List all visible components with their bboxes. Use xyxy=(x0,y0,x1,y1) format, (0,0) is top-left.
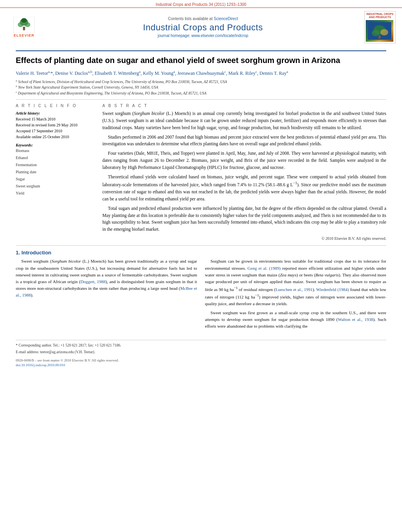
journal-homepage: journal homepage: www.elsevier.com/locat… xyxy=(46,33,360,38)
keyword-ethanol: Ethanol xyxy=(16,154,94,161)
svg-point-8 xyxy=(372,30,380,36)
paper-content: Effects of planting date on sugar and et… xyxy=(0,43,402,336)
svg-point-3 xyxy=(25,22,30,27)
affiliation-c: c Department of Agricultural and Biosyst… xyxy=(16,91,386,96)
svg-rect-10 xyxy=(378,35,381,39)
available-date: Available online 25 October 2010 xyxy=(16,134,94,140)
keyword-yield: Yield xyxy=(16,190,94,197)
abstract-p1: Sweet sorghum (Sorghum bicolor (L.) Moen… xyxy=(102,110,386,131)
homepage-url[interactable]: www.elsevier.com/locate/indcrop xyxy=(191,33,248,38)
authors: Valerie H. Teetora,*, Denise V. Duclosa,… xyxy=(16,69,386,77)
footnote-star: * Corresponding author. Tel.: +1 520 621… xyxy=(16,343,386,348)
footnotes: * Corresponding author. Tel.: +1 520 621… xyxy=(16,340,386,355)
keywords-block: Keywords: Biomass Ethanol Fermentation P… xyxy=(16,143,94,197)
journal-ref: Industrial Crops and Products 34 (2011) … xyxy=(0,2,402,7)
keyword-planting-date: Planting date xyxy=(16,169,94,176)
intro-col-left: Sweet sorghum (Sorghum bicolor (L.) Moen… xyxy=(16,258,197,332)
abstract-column: A B S T R A C T Sweet sorghum (Sorghum b… xyxy=(102,104,386,241)
ref-walton[interactable]: Walton et al., 1938 xyxy=(338,317,373,322)
abstract-text: Sweet sorghum (Sorghum bicolor (L.) Moen… xyxy=(102,110,386,241)
ref-lueschen[interactable]: Lueschen et al., 1991 xyxy=(276,287,313,291)
abstract-p5: Total sugars and predicted ethanol produ… xyxy=(102,205,386,233)
affiliations: a School of Plant Sciences, Division of … xyxy=(16,79,386,96)
svg-rect-4 xyxy=(23,27,25,30)
article-history: Article history: Received 15 March 2010 … xyxy=(16,110,94,140)
abstract-p3: Four varieties (Dale, M81E, Theis, and T… xyxy=(102,150,386,171)
page-footer: 0926-6690/$ – see front matter © 2010 El… xyxy=(16,358,386,368)
article-info-label: A R T I C L E I N F O xyxy=(16,104,94,108)
page-header: ELSEVIER Contents lists available at Sci… xyxy=(0,7,402,43)
ref-doggett[interactable]: Doggett, 1988 xyxy=(80,279,106,284)
affiliation-b: b New York State Agricultural Experiment… xyxy=(16,85,386,90)
section-divider xyxy=(16,245,386,246)
mid-divider xyxy=(16,99,386,100)
intro-body: Sweet sorghum (Sorghum bicolor (L.) Moen… xyxy=(16,258,386,332)
abstract-p4: Theoretical ethanol yields were calculat… xyxy=(102,174,386,203)
affiliation-a: a School of Plant Sciences, Division of … xyxy=(16,79,386,85)
intro-p2: Sorghum can be grown in environments les… xyxy=(205,258,387,307)
keywords-list: Biomass Ethanol Fermentation Planting da… xyxy=(16,147,94,197)
footnote-email: E-mail address: teetor@ag.arizona.edu (V… xyxy=(16,349,386,355)
keyword-biomass: Biomass xyxy=(16,147,94,154)
top-banner: Industrial Crops and Products 34 (2011) … xyxy=(0,0,402,7)
ref-wiedenfeld[interactable]: Wiedenfeld (1984) xyxy=(316,287,349,291)
article-history-heading: Article history: xyxy=(16,110,94,116)
paper-title: Effects of planting date on sugar and et… xyxy=(16,55,386,65)
doi-line[interactable]: doi:10.1016/j.indcrop.2010.09.010 xyxy=(16,363,386,368)
received-date: Received 15 March 2010 xyxy=(16,116,94,122)
svg-point-2 xyxy=(18,22,23,27)
abstract-label: A B S T R A C T xyxy=(102,104,386,108)
elsevier-label: ELSEVIER xyxy=(14,33,35,37)
intro-p3: Sweet sorghum was first grown as a small… xyxy=(205,310,387,330)
article-info-abstract: A R T I C L E I N F O Article history: R… xyxy=(16,104,386,241)
elsevier-tree-icon xyxy=(12,17,36,33)
header-center: Contents lists available at ScienceDirec… xyxy=(42,17,364,38)
issn-line: 0926-6690/$ – see front matter © 2010 El… xyxy=(16,358,386,363)
ref-geng[interactable]: Geng et al. (1989) xyxy=(248,266,281,271)
svg-point-5 xyxy=(21,18,27,23)
intro-p1: Sweet sorghum (Sorghum bicolor (L.) Moen… xyxy=(16,258,197,298)
intro-heading: 1. Introduction xyxy=(16,250,386,256)
keyword-sugar: Sugar xyxy=(16,176,94,183)
keyword-fermentation: Fermentation xyxy=(16,161,94,169)
revised-date: Received in revised form 29 May 2010 xyxy=(16,122,94,128)
accepted-date: Accepted 17 September 2010 xyxy=(16,128,94,134)
top-divider xyxy=(16,50,386,51)
article-info-column: A R T I C L E I N F O Article history: R… xyxy=(16,104,94,241)
keywords-heading: Keywords: xyxy=(16,143,94,147)
ref-mcbee[interactable]: McBee et al., 1988 xyxy=(16,286,197,297)
copyright-line: © 2010 Elsevier B.V. All rights reserved… xyxy=(102,235,386,242)
sciencedirect-link[interactable]: ScienceDirect xyxy=(214,17,238,21)
svg-point-9 xyxy=(380,29,388,35)
elsevier-logo: ELSEVIER xyxy=(6,17,42,37)
journal-thumb-image xyxy=(366,20,393,42)
journal-thumb-label: INDUSTRIAL CROPS AND PRODUCTS xyxy=(366,13,394,19)
abstract-p2: Studies performed in 2006 and 2007 found… xyxy=(102,134,386,148)
sciencedirect-line: Contents lists available at ScienceDirec… xyxy=(46,17,360,21)
journal-title: Industrial Crops and Products xyxy=(46,22,360,33)
journal-thumbnail: INDUSTRIAL CROPS AND PRODUCTS xyxy=(364,11,396,43)
intro-col-right: Sorghum can be grown in environments les… xyxy=(205,258,387,332)
page: Industrial Crops and Products 34 (2011) … xyxy=(0,0,402,532)
keyword-sweet-sorghum: Sweet sorghum xyxy=(16,183,94,190)
